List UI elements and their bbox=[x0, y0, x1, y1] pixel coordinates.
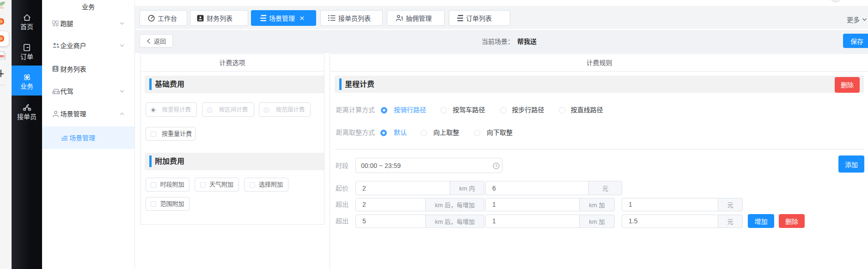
svg-text:GO: GO bbox=[0, 6, 4, 10]
svg-text:PDF: PDF bbox=[0, 55, 3, 58]
